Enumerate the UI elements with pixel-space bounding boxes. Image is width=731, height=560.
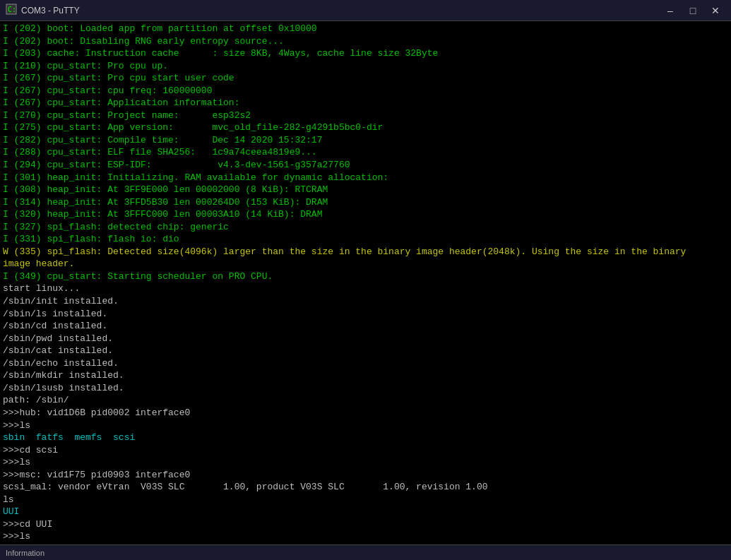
terminal-line: I (210) cpu_start: Pro cpu up. — [3, 60, 728, 73]
minimize-button[interactable]: – — [660, 4, 680, 18]
terminal-line: I (267) cpu_start: Pro cpu start user co… — [3, 72, 728, 85]
terminal-line: I (288) cpu_start: ELF file SHA256: 1c9a… — [3, 146, 728, 159]
terminal-line: I (202) boot: Loaded app from partition … — [3, 23, 728, 35]
terminal-line: I (275) cpu_start: App version: mvc_old_… — [3, 121, 728, 134]
terminal-line: >>>hub: vid1D6B pid0002 interface0 — [3, 407, 728, 419]
terminal-line: >>>ls — [3, 456, 728, 469]
terminal-line: W (335) spi_flash: Detected size(4096k) … — [3, 246, 728, 258]
app-icon: C: — [6, 4, 17, 17]
status-bar: Information — [0, 544, 731, 560]
terminal-line: I (301) heap_init: Initializing. RAM ava… — [3, 172, 728, 184]
terminal-line: /sbin/cd installed. — [3, 320, 728, 333]
terminal-line: ls — [3, 494, 728, 506]
terminal-line: I (308) heap_init: At 3FF9E000 len 00002… — [3, 184, 728, 196]
terminal-line: >>>msc: vid1F75 pid0903 interface0 — [3, 469, 728, 482]
terminal-line: >>>cd UUI — [3, 518, 728, 531]
terminal-line: /sbin/echo installed. — [3, 357, 728, 370]
terminal-line: I (294) cpu_start: ESP-IDF: v4.3-dev-156… — [3, 159, 728, 172]
terminal-line: scsi_mal: vendor eVtran V03S SLC 1.00, p… — [3, 481, 728, 494]
terminal-line: /sbin/lsusb installed. — [3, 382, 728, 395]
terminal-line: >>>cd scsi — [3, 444, 728, 457]
terminal-line: image header. — [3, 258, 728, 270]
terminal-line: /sbin/cat installed. — [3, 345, 728, 357]
terminal-line: I (202) boot: Disabling RNG early entrop… — [3, 35, 728, 48]
terminal-line: /sbin/mkdir installed. — [3, 369, 728, 382]
terminal-line: sbin fatfs memfs scsi — [3, 431, 728, 444]
svg-text:C:: C: — [8, 6, 16, 13]
terminal-line: path: /sbin/ — [3, 394, 728, 407]
terminal-line: I (314) heap_init: At 3FFD5B30 len 00026… — [3, 196, 728, 209]
terminal-line: I (267) cpu_start: Application informati… — [3, 97, 728, 109]
terminal-line: >>>ls — [3, 530, 728, 543]
terminal-line: I (349) cpu_start: Starting scheduler on… — [3, 270, 728, 283]
terminal[interactable]: I (202) boot: Loaded app from partition … — [0, 21, 731, 560]
maximize-button[interactable]: □ — [683, 4, 703, 18]
title-bar-left: C: COM3 - PuTTY — [6, 4, 80, 17]
terminal-line: I (282) cpu_start: Compile time: Dec 14 … — [3, 134, 728, 147]
status-text: Information — [6, 549, 44, 557]
terminal-line: I (320) heap_init: At 3FFFC000 len 00003… — [3, 208, 728, 221]
terminal-line: I (270) cpu_start: Project name: esp32s2 — [3, 109, 728, 122]
terminal-line: I (203) cache: Instruction cache : size … — [3, 47, 728, 60]
terminal-line: >>>ls — [3, 419, 728, 432]
terminal-line: I (327) spi_flash: detected chip: generi… — [3, 221, 728, 234]
terminal-line: I (267) cpu_start: cpu freq: 160000000 — [3, 85, 728, 97]
terminal-line: /sbin/ls installed. — [3, 308, 728, 321]
title-bar: C: COM3 - PuTTY – □ ✕ — [0, 0, 731, 21]
terminal-line: I (331) spi_flash: flash io: dio — [3, 233, 728, 246]
terminal-line: start linux... — [3, 282, 728, 295]
terminal-line: /sbin/init installed. — [3, 295, 728, 308]
window-title: COM3 - PuTTY — [21, 6, 80, 16]
terminal-line: /sbin/pwd installed. — [3, 333, 728, 345]
terminal-line: UUI — [3, 506, 728, 518]
title-bar-controls: – □ ✕ — [660, 4, 725, 18]
close-button[interactable]: ✕ — [706, 4, 725, 18]
